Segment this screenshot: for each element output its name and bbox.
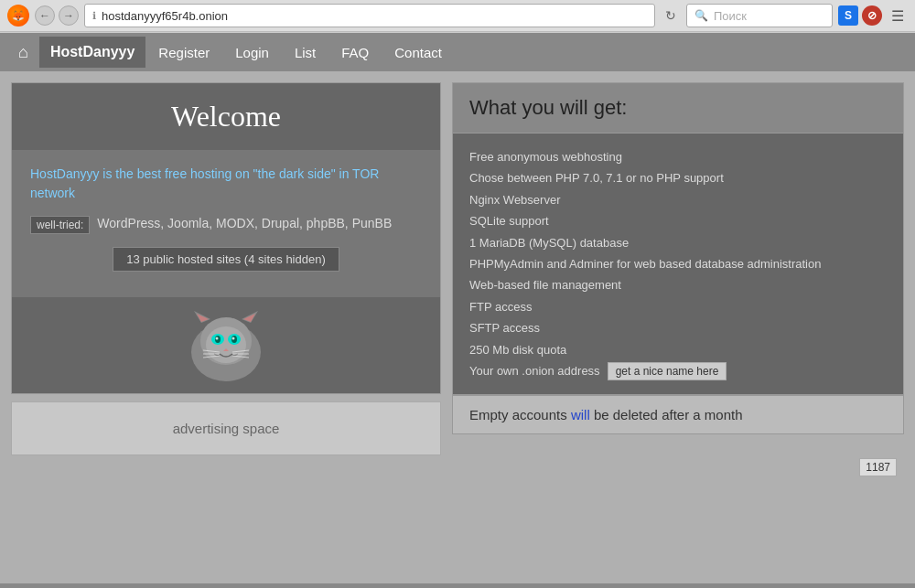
nav-login[interactable]: Login <box>222 37 282 68</box>
svg-point-12 <box>232 337 235 340</box>
nav-list[interactable]: List <box>282 37 328 68</box>
hosted-sites-badge: 13 public hosted sites (4 sites hidden) <box>113 247 339 272</box>
info-icon: ℹ <box>92 10 96 22</box>
left-column: Welcome HostDanyyy is the best free host… <box>11 82 441 455</box>
feature-7: Web-based file management <box>469 274 887 295</box>
extension-stop-icon[interactable]: ⊘ <box>862 5 882 26</box>
feature-1: Free anonymous webhosting <box>469 146 887 167</box>
empty-accounts-box: Empty accounts will be deleted after a m… <box>452 395 904 434</box>
hosted-badge-wrapper: 13 public hosted sites (4 sites hidden) <box>30 247 422 275</box>
feature-3: Nginx Webserver <box>469 189 887 210</box>
nav-faq[interactable]: FAQ <box>328 37 382 68</box>
main-layout: Welcome HostDanyyy is the best free host… <box>11 82 904 455</box>
well-tried-badge: well-tried: <box>30 216 90 234</box>
feature-9: SFTP access <box>469 317 887 338</box>
page-wrapper: Welcome HostDanyyy is the best free host… <box>0 71 915 583</box>
welcome-box: Welcome HostDanyyy is the best free host… <box>11 82 441 394</box>
welcome-header: Welcome <box>12 83 440 150</box>
firefox-icon[interactable]: 🦊 <box>7 5 29 27</box>
search-bar[interactable]: 🔍 Поиск <box>686 4 833 27</box>
search-icon: 🔍 <box>694 9 708 22</box>
advertising-text: advertising space <box>173 421 280 436</box>
home-icon[interactable]: ⌂ <box>7 36 39 69</box>
footer: hostdanyyyf65r4b.onion <box>0 583 915 588</box>
refresh-button[interactable]: ↻ <box>661 5 681 26</box>
get-nice-name-button[interactable]: get a nice name here <box>608 362 727 380</box>
feature-2: Chose between PHP 7.0, 7.1 or no PHP sup… <box>469 167 887 188</box>
well-tried-text: WordPress, Joomla, MODX, Drupal, phpBB, … <box>97 214 392 233</box>
feature-10: 250 Mb disk quota <box>469 339 887 360</box>
browser-chrome: 🦊 ← → ℹ hostdanyyyf65r4b.onion ↻ 🔍 Поиск… <box>0 0 915 33</box>
url-display: hostdanyyyf65r4b.onion <box>102 9 647 23</box>
cat-image-area <box>12 297 440 393</box>
search-placeholder: Поиск <box>714 9 747 23</box>
well-tried-row: well-tried: WordPress, Joomla, MODX, Dru… <box>30 214 422 234</box>
features-header: What you will get: <box>453 83 903 134</box>
nav-register[interactable]: Register <box>145 37 222 68</box>
empty-accounts-text: Empty accounts will be deleted after a m… <box>469 407 743 422</box>
nav-bar: ⌂ HostDanyyy Register Login List FAQ Con… <box>0 33 915 71</box>
nav-brand[interactable]: HostDanyyy <box>39 37 145 68</box>
features-title: What you will get: <box>469 96 887 120</box>
forward-button[interactable]: → <box>59 5 79 26</box>
counter-row: 1187 <box>11 455 904 477</box>
cat-image <box>185 306 267 384</box>
welcome-description: HostDanyyy is the best free hosting on "… <box>30 165 422 203</box>
svg-point-6 <box>206 326 246 363</box>
feature-5: 1 MariaDB (MySQL) database <box>469 232 887 253</box>
feature-4: SQLite support <box>469 210 887 231</box>
extension-icons: S ⊘ <box>838 5 882 26</box>
welcome-body: HostDanyyy is the best free hosting on "… <box>12 150 440 297</box>
feature-onion: Your own .onion address get a nice name … <box>469 360 887 381</box>
extension-s-icon[interactable]: S <box>838 5 858 26</box>
features-box: What you will get: Free anonymous webhos… <box>452 82 904 395</box>
feature-6: PHPMyAdmin and Adminer for web based dat… <box>469 253 887 274</box>
address-bar[interactable]: ℹ hostdanyyyf65r4b.onion <box>84 4 655 27</box>
browser-controls: ← → <box>35 5 79 26</box>
nav-contact[interactable]: Contact <box>382 37 455 68</box>
browser-toolbar: 🦊 ← → ℹ hostdanyyyf65r4b.onion ↻ 🔍 Поиск… <box>0 0 915 32</box>
counter-badge: 1187 <box>859 458 897 476</box>
back-button[interactable]: ← <box>35 5 55 26</box>
right-column: What you will get: Free anonymous webhos… <box>452 82 904 434</box>
onion-label: Your own .onion address <box>469 360 600 381</box>
menu-button[interactable]: ☰ <box>888 5 908 27</box>
features-body: Free anonymous webhosting Chose between … <box>453 134 903 394</box>
advertising-box: advertising space <box>11 401 441 455</box>
svg-point-11 <box>216 337 219 340</box>
feature-8: FTP access <box>469 296 887 317</box>
welcome-title: Welcome <box>28 100 424 134</box>
